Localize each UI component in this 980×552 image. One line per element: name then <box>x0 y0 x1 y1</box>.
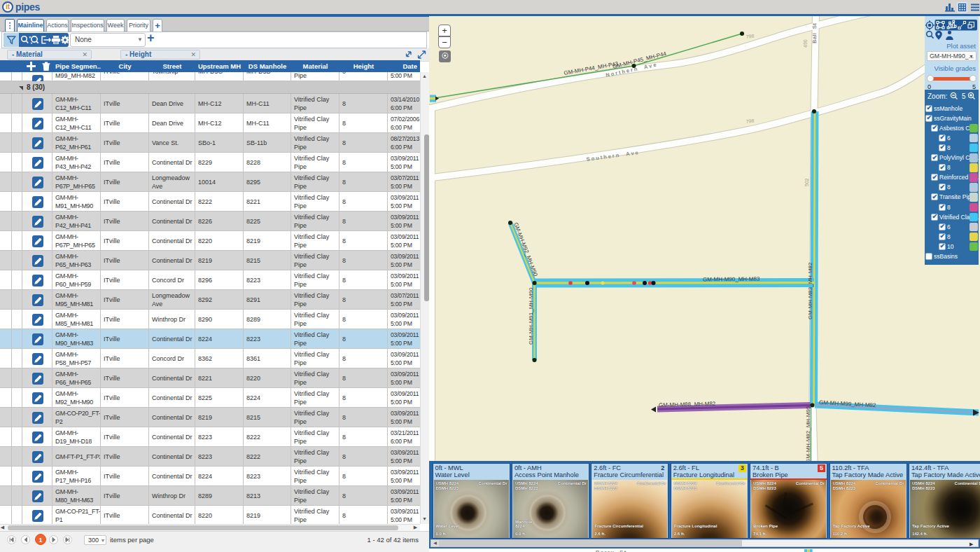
svg-text:Berry St: Berry St <box>596 549 627 552</box>
svg-text:GM-MH-M83_MH-M82: GM-MH-M83_MH-M82 <box>807 262 813 319</box>
svg-text:Ball St: Ball St <box>811 22 818 43</box>
svg-text:490: 490 <box>803 39 808 48</box>
svg-text:GM-MH-M91_MH-M90: GM-MH-M91_MH-M90 <box>528 287 534 345</box>
svg-text:GM-MH-M90_MH-M83: GM-MH-M90_MH-M83 <box>703 276 760 283</box>
svg-text:798: 798 <box>746 118 755 124</box>
svg-text:GM-MH-M82_MH-M95: GM-MH-M82_MH-M95 <box>805 406 811 463</box>
svg-text:GM-MH-M92_MH-M90: GM-MH-M92_MH-M90 <box>512 221 539 277</box>
svg-text:798: 798 <box>746 33 755 39</box>
svg-text:502: 502 <box>804 178 809 186</box>
